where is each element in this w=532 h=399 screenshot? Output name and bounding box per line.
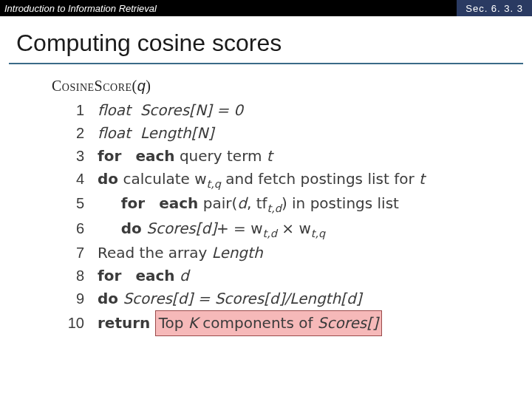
text: Read the array	[98, 244, 212, 262]
kw-return: return	[98, 314, 150, 332]
var: d	[180, 267, 189, 284]
line-number: 3	[52, 145, 98, 168]
text: and fetch postings list for	[221, 170, 419, 188]
kw-each: each	[135, 267, 174, 284]
kw-each: each	[159, 194, 198, 212]
algo-line: 4 do calculate wt,q and fetch postings l…	[52, 168, 532, 192]
algo-line: 3 for each query term t	[52, 145, 532, 168]
line-code: do Scores[d]+ = wt,d × wt,q	[98, 217, 325, 242]
var: t	[267, 147, 273, 165]
line-code: Read the array Length	[98, 242, 263, 265]
subscript: t,d	[267, 202, 282, 214]
algo-line: 6 do Scores[d]+ = wt,d × wt,q	[52, 217, 532, 242]
subscript: t,q	[311, 228, 325, 239]
var: Scores[d]	[146, 219, 216, 237]
text: × w	[277, 219, 311, 237]
var: Length	[212, 244, 263, 262]
kw-for: for	[98, 267, 121, 284]
algo-name-sc: CosineScore	[52, 78, 132, 94]
algo-line: 10 return Top K components of Scores[]	[52, 310, 532, 336]
line-code: float Length[N]	[98, 122, 214, 145]
var: Scores[]	[318, 314, 378, 332]
line-number: 7	[52, 242, 98, 265]
kw-each: each	[135, 147, 174, 165]
subscript: t,q	[207, 178, 221, 190]
course-title: Introduction to Information Retrieval	[0, 3, 457, 14]
expr: Scores[N] = 0	[140, 101, 243, 119]
line-number: 4	[52, 168, 98, 191]
line-code: for each pair(d, tft,d) in postings list	[98, 192, 399, 216]
line-code: do Scores[d] = Scores[d]/Length[d]	[98, 287, 361, 310]
algo-line: 9 do Scores[d] = Scores[d]/Length[d]	[52, 287, 532, 310]
line-number: 10	[52, 312, 98, 335]
text: components of	[198, 314, 318, 332]
text: calculate w	[118, 170, 207, 188]
line-number: 2	[52, 122, 98, 145]
line-code: for each d	[98, 265, 189, 287]
line-code: for each query term t	[98, 145, 273, 168]
var: d	[237, 194, 247, 212]
line-number: 9	[52, 287, 98, 310]
text: query term	[175, 147, 267, 165]
line-code: float Scores[N] = 0	[98, 99, 243, 122]
algo-line: 8 for each d	[52, 265, 532, 287]
kw-do: do	[121, 219, 142, 237]
algo-line: 2 float Length[N]	[52, 122, 532, 145]
var: K	[188, 314, 198, 332]
type-kw: float	[98, 124, 131, 142]
text: , tf	[247, 194, 267, 212]
line-number: 8	[52, 265, 98, 287]
algo-name: CosineScore(q)	[52, 78, 532, 95]
algo-line: 1 float Scores[N] = 0	[52, 99, 532, 122]
slide-heading: Computing cosine scores	[0, 16, 532, 63]
subscript: t,d	[263, 228, 277, 239]
line-code: do calculate wt,q and fetch postings lis…	[98, 168, 425, 192]
algo-line: 5 for each pair(d, tft,d) in postings li…	[52, 192, 532, 216]
kw-do: do	[98, 290, 118, 307]
var: t	[419, 170, 425, 188]
line-number: 6	[52, 217, 98, 240]
expr: Scores[d] = Scores[d]/Length[d]	[123, 290, 361, 307]
text: pair(	[198, 194, 237, 212]
topbar: Introduction to Information Retrieval Se…	[0, 0, 532, 16]
kw-for: for	[98, 147, 121, 165]
text: + = w	[216, 219, 263, 237]
text: Top	[159, 314, 188, 332]
expr: Length[N]	[140, 124, 214, 142]
algo-arg: q	[137, 78, 146, 94]
kw-for: for	[121, 194, 145, 212]
line-number: 5	[52, 192, 98, 215]
algo-line: 7 Read the array Length	[52, 242, 532, 265]
section-ref: Sec. 6. 3. 3	[457, 0, 532, 16]
line-number: 1	[52, 99, 98, 122]
text: ) in postings list	[282, 194, 399, 212]
kw-do: do	[98, 170, 118, 188]
type-kw: float	[98, 101, 131, 119]
highlight-box: Top K components of Scores[]	[155, 310, 382, 336]
algorithm-block: CosineScore(q) 1 float Scores[N] = 0 2 f…	[0, 64, 532, 336]
line-code: return Top K components of Scores[]	[98, 310, 382, 336]
